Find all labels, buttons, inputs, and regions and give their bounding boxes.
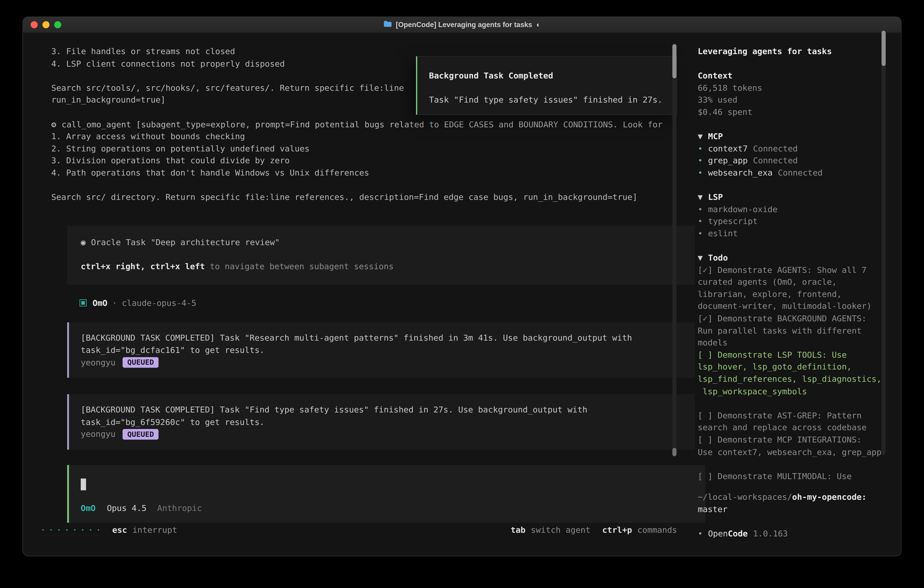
- status-bar: ········ esc interrupt tab switch agent …: [23, 524, 689, 536]
- context-tokens: 66,518 tokens: [698, 82, 901, 94]
- main-scrollbar-thumb[interactable]: [672, 44, 676, 78]
- bullet-icon: •: [698, 203, 703, 215]
- commands-hint: ctrl+p commands: [602, 524, 677, 536]
- sidebar-footer: ~/local-workspaces/oh-my-opencode: maste…: [698, 491, 892, 539]
- gear-icon: ⚙: [51, 119, 56, 129]
- ctrl-p-key: ctrl+p: [602, 524, 632, 536]
- message-block[interactable]: [BACKGROUND TASK COMPLETED] Task "Resear…: [67, 323, 695, 378]
- toast-body: Task "Find type safety issues" finished …: [429, 94, 676, 106]
- message-block[interactable]: [BACKGROUND TASK COMPLETED] Task "Find t…: [67, 394, 695, 449]
- switch-agent-hint: tab switch agent: [511, 524, 591, 536]
- text-cursor: [81, 478, 86, 490]
- todo-item: [ ] Demonstrate AST-GREP: Pattern search…: [698, 410, 883, 434]
- message-author: yeongyu: [81, 356, 116, 368]
- bullet-icon: •: [698, 167, 703, 179]
- tool-call-item: 1. Array access without bounds checking: [51, 130, 689, 142]
- window-title-text: [OpenCode] Leveraging agents for tasks: [396, 17, 532, 32]
- mcp-item: •grep_appConnected: [698, 155, 901, 167]
- tool-call-item: 3. Division operations that could divide…: [51, 155, 689, 167]
- desktop: [OpenCode] Leveraging agents for tasks ◐…: [0, 0, 924, 588]
- mcp-item: •websearch_exaConnected: [698, 167, 901, 179]
- message-line: task_id="bg_6f59260c" to get results.: [81, 416, 695, 428]
- window-title: [OpenCode] Leveraging agents for tasks ◐: [383, 17, 540, 32]
- version-number: 1.0.163: [753, 527, 788, 539]
- agent-row: OmO · claude-opus-4-5: [79, 297, 689, 309]
- main-scrollbar[interactable]: [672, 43, 676, 457]
- session-share-icon: ◐: [536, 17, 541, 32]
- lsp-item: •markdown-oxide: [698, 203, 901, 215]
- message-line: task_id="bg_dcfac161" to get results.: [81, 344, 695, 356]
- chevron-down-icon: ▼: [698, 131, 703, 141]
- todo-item: [✓] Demonstrate AGENTS: Show all 7 curat…: [698, 264, 883, 312]
- bullet-icon: •: [698, 215, 703, 227]
- bullet-icon: •: [698, 142, 703, 155]
- workspace-path: ~/local-workspaces/oh-my-opencode:: [698, 491, 892, 503]
- prompt-input[interactable]: OmO Opus 4.5 Anthropic: [67, 465, 705, 523]
- input-agent-name: OmO: [81, 502, 96, 514]
- version-line: • OpenCode 1.0.163: [698, 527, 892, 539]
- tool-call-line: ⚙call_omo_agent [subagent_type=explore, …: [51, 118, 689, 130]
- context-spent: $0.46 spent: [698, 106, 901, 118]
- conversation-pane[interactable]: 3. File handles or streams not closed 4.…: [23, 33, 689, 556]
- agent-model-indicator: OmO Opus 4.5 Anthropic: [81, 502, 705, 514]
- lsp-item: •eslint: [698, 227, 901, 239]
- tab-key: tab: [511, 524, 526, 536]
- minimize-button[interactable]: [43, 21, 50, 28]
- titlebar[interactable]: [OpenCode] Leveraging agents for tasks ◐: [23, 17, 901, 33]
- traffic-lights: [31, 17, 61, 32]
- bullet-icon: •: [698, 155, 703, 167]
- mcp-section-header[interactable]: ▼MCP: [698, 130, 901, 142]
- tool-call-item: 4. Path operations that don't handle Win…: [51, 167, 689, 179]
- todo-item: [ ] Demonstrate MULTIMODAL: Use: [698, 470, 883, 482]
- oracle-task-panel[interactable]: ◉Oracle Task "Deep architecture review" …: [67, 226, 695, 284]
- context-heading: Context: [698, 69, 901, 82]
- context-used: 33% used: [698, 94, 901, 106]
- agent-name: OmO: [92, 297, 107, 309]
- message-line: [BACKGROUND TASK COMPLETED] Task "Resear…: [81, 332, 695, 344]
- agent-separator: ·: [112, 297, 117, 309]
- folder-icon: [383, 17, 391, 32]
- todo-item: [✓] Demonstrate BACKGROUND AGENTS: Run p…: [698, 312, 883, 349]
- esc-key: esc: [112, 524, 127, 536]
- record-icon: ◉: [81, 237, 86, 247]
- close-button[interactable]: [31, 21, 38, 28]
- zoom-button[interactable]: [54, 21, 61, 28]
- lsp-item: •typescript: [698, 215, 901, 227]
- todo-item-active: [ ] Demonstrate LSP TOOLS: Use lsp_hover…: [698, 349, 883, 397]
- busy-spinner-icon: ········: [41, 524, 104, 536]
- lsp-section-header[interactable]: ▼LSP: [698, 191, 901, 203]
- session-sidebar[interactable]: Leveraging agents for tasks Context 66,5…: [689, 33, 901, 556]
- main-scrollbar-thumb-bottom[interactable]: [672, 448, 676, 456]
- todo-item: [ ] Demonstrate MCP INTEGRATIONS: Use co…: [698, 434, 883, 458]
- message-author: yeongyu: [81, 428, 116, 440]
- toast-title: Background Task Completed: [429, 69, 676, 82]
- mcp-item: •context7Connected: [698, 142, 901, 155]
- opencode-window: [OpenCode] Leveraging agents for tasks ◐…: [22, 17, 901, 557]
- session-title: Leveraging agents for tasks: [698, 45, 901, 58]
- oracle-hint-text: to navigate between subagent sessions: [205, 262, 394, 271]
- omo-agent-icon: [79, 299, 87, 307]
- input-model-name: Opus 4.5: [107, 502, 147, 514]
- background-task-toast[interactable]: Background Task Completed Task "Find typ…: [416, 56, 677, 115]
- sidebar-scrollbar-thumb[interactable]: [881, 31, 886, 66]
- todo-section-header[interactable]: ▼Todo: [698, 252, 901, 264]
- chevron-down-icon: ▼: [698, 192, 703, 202]
- status-badge: QUEUED: [122, 357, 159, 368]
- bullet-icon: •: [698, 527, 703, 539]
- message-line: [BACKGROUND TASK COMPLETED] Task "Find t…: [81, 404, 695, 416]
- oracle-hint-keys: ctrl+x right, ctrl+x left: [81, 262, 205, 271]
- sidebar-scrollbar[interactable]: [881, 31, 886, 455]
- oracle-task-title: Oracle Task "Deep architecture review": [91, 237, 280, 247]
- workspace-branch: master: [698, 503, 892, 515]
- interrupt-hint: esc interrupt: [112, 524, 177, 536]
- scrollback-line: 3. File handles or streams not closed: [51, 45, 689, 58]
- tool-call-text: call_omo_agent [subagent_type=explore, p…: [62, 119, 663, 129]
- tool-call-closing: Search src/ directory. Return specific f…: [51, 191, 689, 203]
- agent-model: claude-opus-4-5: [122, 297, 196, 309]
- bullet-icon: •: [698, 227, 703, 239]
- chevron-down-icon: ▼: [698, 253, 703, 262]
- tool-call-item: 2. String operations on potentially unde…: [51, 142, 689, 155]
- status-badge: QUEUED: [122, 429, 159, 439]
- input-provider-name: Anthropic: [157, 502, 202, 514]
